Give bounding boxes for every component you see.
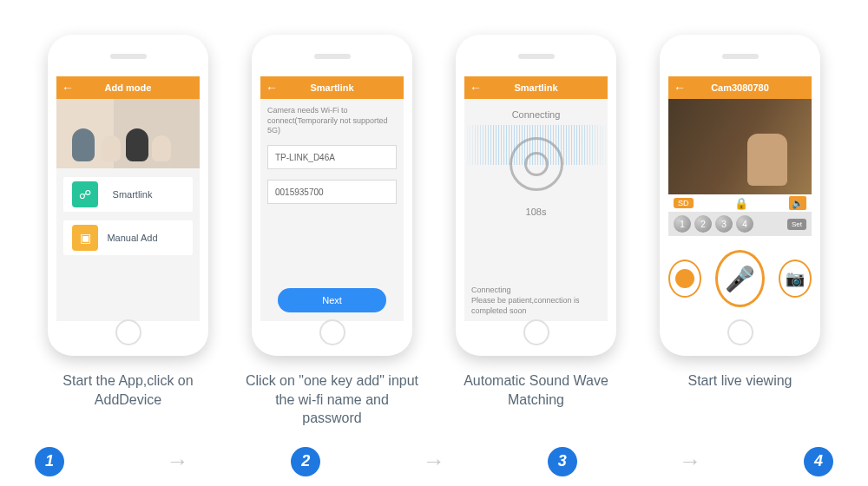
caption-4: Start live viewing [654, 371, 827, 428]
preset-3[interactable]: 3 [715, 215, 733, 233]
caption-3: Automatic Sound Wave Matching [450, 371, 623, 428]
titlebar-label: Cam3080780 [711, 82, 769, 93]
snapshot-button[interactable]: 📷 [779, 259, 812, 298]
preset-1[interactable]: 1 [674, 215, 691, 233]
titlebar-4: ← Cam3080780 [668, 76, 812, 99]
connecting-body: Connecting 108s Connecting Please be pat… [464, 99, 608, 321]
ssid-field[interactable]: TP-LINK_D46A [267, 145, 397, 169]
phone-step4: ← Cam3080780 SD 🔒 🔈 1 2 3 4 Set 🎤 📷 [660, 35, 820, 356]
option-label: Manual Add [107, 233, 193, 243]
manual-add-button[interactable]: ▣ Manual Add [63, 220, 193, 255]
control-row: 🎤 📷 [668, 236, 812, 321]
titlebar-3: ← Smartlink [464, 76, 608, 99]
step-number-3: 3 [548, 447, 577, 476]
screen-2: ← Smartlink Camera needs Wi-Fi to connec… [260, 76, 404, 321]
status-title: Connecting [471, 285, 601, 295]
phone-step3: ← Smartlink Connecting 108s Connecting P… [456, 35, 616, 356]
back-icon[interactable]: ← [266, 81, 278, 95]
back-icon[interactable]: ← [62, 81, 74, 95]
arrow-icon: → [577, 448, 804, 475]
screen-1: ← Add mode ☍ Smartlink ▣ Manual Add [56, 76, 200, 321]
titlebar-label: Smartlink [514, 82, 557, 93]
caption-row: Start the App,click on AddDevice Click o… [0, 371, 868, 428]
password-value: 0015935700 [275, 187, 324, 197]
titlebar-label: Smartlink [310, 82, 353, 93]
link-icon: ☍ [72, 181, 98, 207]
caption-1: Start the App,click on AddDevice [42, 371, 215, 428]
phone-step2: ← Smartlink Camera needs Wi-Fi to connec… [252, 35, 412, 356]
status-text: Connecting Please be patient,connection … [464, 279, 608, 321]
family-photo [56, 99, 200, 168]
titlebar-label: Add mode [105, 82, 152, 93]
connecting-label: Connecting [512, 109, 561, 120]
record-button[interactable] [668, 259, 701, 298]
preset-row: 1 2 3 4 Set [668, 212, 812, 236]
next-button[interactable]: Next [278, 288, 386, 312]
titlebar-2: ← Smartlink [260, 76, 404, 99]
mute-icon[interactable]: 🔈 [789, 196, 806, 210]
step-number-row: 1 → 2 → 3 → 4 [0, 447, 868, 476]
step-number-4: 4 [804, 447, 833, 476]
quality-bar: SD 🔒 🔈 [668, 194, 812, 212]
lock-icon[interactable]: 🔒 [699, 197, 784, 210]
back-icon[interactable]: ← [470, 81, 482, 95]
step-number-1: 1 [35, 447, 64, 476]
phone-row: ← Add mode ☍ Smartlink ▣ Manual Add ← Sm… [0, 0, 868, 364]
sd-button[interactable]: SD [674, 198, 694, 208]
smartlink-button[interactable]: ☍ Smartlink [63, 177, 193, 212]
timer-label: 108s [526, 207, 547, 217]
preset-4[interactable]: 4 [736, 215, 753, 233]
wifi-note: Camera needs Wi-Fi to connect(Temporaril… [260, 99, 404, 140]
screen-3: ← Smartlink Connecting 108s Connecting P… [464, 76, 608, 321]
step-number-2: 2 [291, 447, 320, 476]
live-view[interactable] [668, 99, 812, 194]
arrow-icon: → [64, 448, 291, 475]
sound-wave-graphic [464, 125, 608, 165]
manual-icon: ▣ [72, 225, 98, 251]
caption-2: Click on "one key add" input the wi-fi n… [246, 371, 419, 428]
screen-4: ← Cam3080780 SD 🔒 🔈 1 2 3 4 Set 🎤 📷 [668, 76, 812, 321]
back-icon[interactable]: ← [674, 81, 686, 95]
arrow-icon: → [320, 448, 547, 475]
next-label: Next [322, 295, 342, 305]
phone-step1: ← Add mode ☍ Smartlink ▣ Manual Add [48, 35, 208, 356]
titlebar-1: ← Add mode [56, 76, 200, 99]
mic-button[interactable]: 🎤 [715, 250, 765, 307]
password-field[interactable]: 0015935700 [267, 180, 397, 204]
option-label: Smartlink [107, 189, 193, 200]
set-button[interactable]: Set [787, 219, 806, 230]
preset-2[interactable]: 2 [694, 215, 712, 233]
status-body: Please be patient,connection is complete… [471, 295, 601, 316]
ssid-value: TP-LINK_D46A [275, 153, 335, 162]
